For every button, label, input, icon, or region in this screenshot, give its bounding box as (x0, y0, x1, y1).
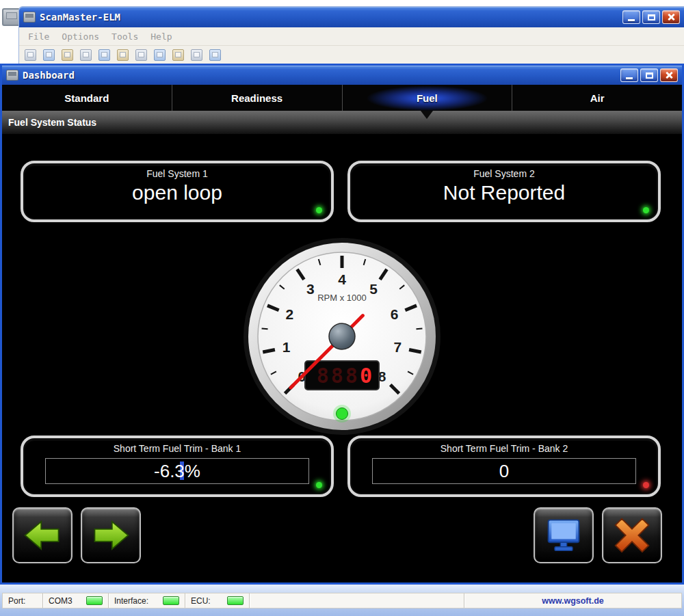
screen: ScanMaster-ELM FileOptionsToolsHelp Dash… (0, 0, 684, 616)
window-bottom-frame: Port: COM3 Interface: ECU: www.wgsoft.de (0, 585, 684, 616)
status-bar: Port: COM3 Interface: ECU: www.wgsoft.de (2, 593, 682, 608)
clear-codes-icon[interactable] (154, 49, 166, 61)
next-page-button[interactable] (81, 507, 141, 563)
panel-title: Short Term Fuel Trim - Bank 2 (350, 443, 658, 454)
live-data-icon[interactable] (172, 49, 184, 61)
fuel-system-1-panel: Fuel System 1open loop (21, 161, 334, 222)
menu-options[interactable]: Options (55, 30, 105, 43)
close-icon[interactable] (662, 10, 680, 24)
value-field[interactable]: -6.3% (45, 458, 309, 484)
interface-cell: Interface: (108, 593, 185, 608)
digital-ghost-digits: 888 (317, 364, 360, 388)
value-field[interactable]: 0 (372, 458, 636, 484)
background-chip-icon (2, 8, 21, 26)
gauge-label: RPM x 1000 (317, 293, 367, 303)
window-title: ScanMaster-ELM (40, 12, 120, 23)
panel-value: 0 (499, 461, 509, 482)
close-x-icon (613, 516, 651, 554)
status-led (643, 207, 649, 213)
dashboard-window-controls (620, 68, 678, 82)
tab-air[interactable]: Air (512, 85, 682, 111)
copy-icon[interactable] (98, 49, 110, 61)
panel-value: -6.3% (154, 461, 200, 482)
gauge-number: 4 (338, 271, 346, 287)
help-icon[interactable] (209, 49, 221, 61)
save-icon[interactable] (80, 49, 92, 61)
open-file-icon[interactable] (43, 49, 55, 61)
main-titlebar: ScanMaster-ELM (19, 7, 684, 27)
maximize-icon[interactable] (642, 10, 660, 24)
ecu-label: ECU: (191, 596, 211, 606)
read-codes-icon[interactable] (135, 49, 147, 61)
gauge-number: 1 (282, 339, 291, 355)
dashboard-chip-icon (6, 70, 18, 81)
gauge-number: 2 (285, 306, 293, 322)
info-icon[interactable] (191, 49, 202, 61)
gauge-number: 6 (391, 306, 399, 322)
scanmaster-window: ScanMaster-ELM FileOptionsToolsHelp (19, 7, 684, 64)
tab-label: Standard (64, 92, 109, 104)
close-dashboard-button[interactable] (602, 507, 662, 563)
toolbar (19, 46, 684, 64)
stft-bank2-panel: Short Term Fuel Trim - Bank 20 (347, 436, 661, 497)
dashboard-titlebar: Dashboard (2, 66, 682, 85)
tab-fuel[interactable]: Fuel (343, 85, 513, 111)
section-title: Fuel System Status (8, 117, 96, 128)
dashboard-title: Dashboard (23, 70, 75, 81)
main-window-controls (622, 10, 680, 24)
tab-label: Air (590, 92, 605, 104)
maximize-icon[interactable] (640, 68, 658, 82)
digital-readout: 8880 (317, 364, 374, 388)
interface-label: Interface: (114, 596, 148, 606)
active-tab-pointer (421, 111, 433, 119)
digital-value: 0 (360, 364, 374, 388)
status-led (316, 207, 322, 213)
tab-label: Fuel (417, 92, 438, 104)
monitor-icon (544, 518, 583, 553)
tab-bar: StandardReadinessFuelAir (2, 85, 682, 111)
minimize-icon[interactable] (620, 68, 638, 82)
gauge-number: 5 (369, 281, 378, 297)
stft-bank1-panel: Short Term Fuel Trim - Bank 1-6.3% (21, 436, 334, 497)
statusbar-spacer (249, 593, 464, 608)
port-led (86, 596, 103, 605)
display-mode-button[interactable] (534, 507, 594, 563)
website-cell: www.wgsoft.de (464, 593, 681, 608)
needle-hub (329, 323, 355, 349)
arrow-left-icon (23, 519, 62, 552)
app-chip-icon (23, 12, 36, 23)
close-icon[interactable] (660, 68, 678, 82)
ecu-led (227, 596, 244, 605)
dashboard-window: Dashboard StandardReadinessFuelAir Fuel … (0, 64, 684, 585)
menu-help[interactable]: Help (144, 30, 178, 43)
section-header: Fuel System Status (2, 111, 682, 134)
port-value-cell: COM3 (42, 593, 108, 608)
gauge-status-led (337, 408, 348, 420)
port-label: Port: (8, 596, 25, 606)
gauge-number: 7 (394, 339, 402, 355)
minimize-icon[interactable] (622, 10, 640, 24)
fuel-system-2-panel: Fuel System 2Not Reported (347, 161, 661, 222)
panel-title: Short Term Fuel Trim - Bank 1 (23, 443, 331, 454)
panel-value: open loop (23, 181, 331, 204)
tab-standard[interactable]: Standard (2, 85, 172, 111)
status-led (316, 482, 322, 488)
status-led (643, 482, 649, 488)
port-value: COM3 (49, 596, 73, 606)
panel-value: Not Reported (350, 181, 658, 204)
interface-led (163, 596, 179, 605)
paste-icon[interactable] (62, 49, 73, 61)
connect-icon[interactable] (117, 49, 129, 61)
previous-page-button[interactable] (12, 507, 73, 563)
menu-tools[interactable]: Tools (105, 30, 144, 43)
menu-file[interactable]: File (22, 30, 55, 43)
rpm-gauge: 012345678 RPM x 1000 8880 (239, 234, 445, 439)
website-link[interactable]: www.wgsoft.de (542, 596, 604, 606)
tab-label: Readiness (231, 92, 282, 104)
new-file-icon[interactable] (25, 49, 36, 61)
menu-bar: FileOptionsToolsHelp (19, 27, 684, 46)
gauge-number: 3 (306, 281, 315, 297)
panel-title: Fuel System 1 (23, 168, 331, 179)
arrow-right-icon (91, 519, 131, 552)
tab-readiness[interactable]: Readiness (172, 85, 343, 111)
